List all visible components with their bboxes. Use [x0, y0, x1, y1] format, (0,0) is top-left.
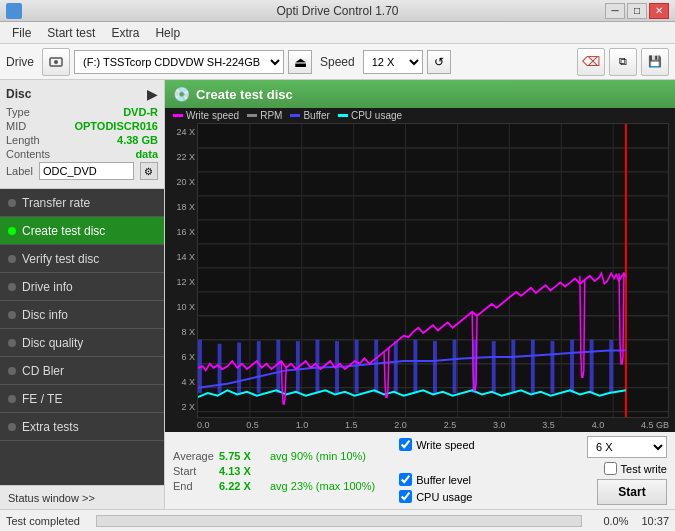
y-label-2: 2 X [167, 402, 195, 412]
svg-rect-38 [492, 341, 496, 393]
legend-write-speed-dot [173, 114, 183, 117]
disc-type-label: Type [6, 106, 30, 118]
disc-panel-header: Disc ▶ [6, 86, 158, 102]
drive-select[interactable]: (F:) TSSTcorp CDDVDW SH-224GB SB00 [74, 50, 284, 74]
y-label-8: 8 X [167, 327, 195, 337]
y-label-14: 14 X [167, 252, 195, 262]
x-label-35: 3.5 [542, 420, 555, 430]
sidebar-item-create-test-disc[interactable]: Create test disc [0, 217, 164, 245]
nav-item-label: CD Bler [22, 364, 64, 378]
svg-rect-39 [511, 340, 515, 393]
refresh-button[interactable]: ↺ [427, 50, 451, 74]
nav-dot [8, 283, 16, 291]
sidebar-item-fe-te[interactable]: FE / TE [0, 385, 164, 413]
stat-average-desc: avg 90% (min 10%) [270, 450, 366, 462]
drive-icon-button[interactable] [42, 48, 70, 76]
stat-start-value: 4.13 X [219, 465, 264, 477]
nav-item-label: Verify test disc [22, 252, 99, 266]
svg-rect-43 [590, 340, 594, 393]
minimize-button[interactable]: ─ [605, 3, 625, 19]
write-speed-checkbox-row: Write speed [399, 438, 475, 451]
nav-dot [8, 367, 16, 375]
x-label-1: 1.0 [296, 420, 309, 430]
chart-area: 24 X 22 X 20 X 18 X 16 X 14 X 12 X 10 X … [165, 123, 675, 432]
speed-select[interactable]: 12 X [363, 50, 423, 74]
disc-type-row: Type DVD-R [6, 106, 158, 118]
menu-file[interactable]: File [4, 24, 39, 42]
content-area: 💿 Create test disc Write speed RPM Buffe… [165, 80, 675, 509]
label-settings-button[interactable]: ⚙ [140, 162, 158, 180]
copy-button[interactable]: ⧉ [609, 48, 637, 76]
menu-help[interactable]: Help [147, 24, 188, 42]
disc-mid-value: OPTODISCR016 [74, 120, 158, 132]
svg-rect-33 [394, 341, 398, 393]
title-bar-title: Opti Drive Control 1.70 [276, 4, 398, 18]
legend-write-speed-label: Write speed [186, 110, 239, 121]
x-label-4: 4.0 [592, 420, 605, 430]
nav-item-label: FE / TE [22, 392, 62, 406]
stat-end-desc: avg 23% (max 100%) [270, 480, 375, 492]
disc-panel-title: Disc [6, 87, 31, 101]
x-label-0: 0.0 [197, 420, 210, 430]
svg-rect-41 [551, 341, 555, 393]
disc-panel-arrow[interactable]: ▶ [147, 86, 158, 102]
write-speed-checkbox[interactable] [399, 438, 412, 451]
x-label-3: 3.0 [493, 420, 506, 430]
x-label-45: 4.5 GB [641, 420, 669, 430]
chart-svg [198, 124, 668, 417]
nav-dot [8, 395, 16, 403]
sidebar-item-drive-info[interactable]: Drive info [0, 273, 164, 301]
chart-legend: Write speed RPM Buffer CPU usage [165, 108, 675, 123]
disc-label-label: Label [6, 165, 33, 177]
disc-length-label: Length [6, 134, 40, 146]
y-label-12: 12 X [167, 277, 195, 287]
sidebar-item-transfer-rate[interactable]: Transfer rate [0, 189, 164, 217]
speed-dropdown[interactable]: 6 X 8 X 12 X 16 X [587, 436, 667, 458]
drive-label: Drive [6, 55, 34, 69]
svg-rect-31 [355, 340, 359, 393]
nav-item-label: Create test disc [22, 224, 105, 238]
x-label-2: 2.0 [394, 420, 407, 430]
maximize-button[interactable]: □ [627, 3, 647, 19]
app-icon [6, 3, 22, 19]
menu-start-test[interactable]: Start test [39, 24, 103, 42]
legend-rpm-label: RPM [260, 110, 282, 121]
close-button[interactable]: ✕ [649, 3, 669, 19]
menu-extra[interactable]: Extra [103, 24, 147, 42]
status-bar: Test completed 0.0% 10:37 [0, 509, 675, 531]
eject-button[interactable]: ⏏ [288, 50, 312, 74]
erase-button[interactable]: ⌫ [577, 48, 605, 76]
buffer-level-checkbox-row: Buffer level [399, 473, 475, 486]
content-header: 💿 Create test disc [165, 80, 675, 108]
sidebar-item-disc-info[interactable]: Disc info [0, 301, 164, 329]
nav-dot [8, 339, 16, 347]
stat-start-label: Start [173, 465, 213, 477]
main-layout: Disc ▶ Type DVD-R MID OPTODISCR016 Lengt… [0, 80, 675, 509]
svg-rect-34 [413, 340, 417, 393]
nav-item-label: Drive info [22, 280, 73, 294]
menu-bar: File Start test Extra Help [0, 22, 675, 44]
toolbar: Drive (F:) TSSTcorp CDDVDW SH-224GB SB00… [0, 44, 675, 80]
status-text: Test completed [6, 515, 80, 527]
test-write-checkbox[interactable] [604, 462, 617, 475]
save-button[interactable]: 💾 [641, 48, 669, 76]
content-header-icon: 💿 [173, 86, 190, 102]
sidebar-item-disc-quality[interactable]: Disc quality [0, 329, 164, 357]
sidebar-item-verify-test-disc[interactable]: Verify test disc [0, 245, 164, 273]
sidebar-item-cd-bler[interactable]: CD Bler [0, 357, 164, 385]
y-label-6: 6 X [167, 352, 195, 362]
buffer-level-checkbox[interactable] [399, 473, 412, 486]
y-label-24: 24 X [167, 127, 195, 137]
status-window-button[interactable]: Status window >> [8, 492, 95, 504]
disc-label-input[interactable] [39, 162, 134, 180]
bottom-controls: Average 5.75 X avg 90% (min 10%) Start 4… [165, 432, 675, 509]
nav-item-label: Disc quality [22, 336, 83, 350]
legend-buffer-dot [290, 114, 300, 117]
sidebar-item-extra-tests[interactable]: Extra tests [0, 413, 164, 441]
disc-panel: Disc ▶ Type DVD-R MID OPTODISCR016 Lengt… [0, 80, 164, 189]
legend-rpm: RPM [247, 110, 282, 121]
svg-point-1 [54, 60, 58, 64]
start-button[interactable]: Start [597, 479, 667, 505]
cpu-usage-checkbox[interactable] [399, 490, 412, 503]
cpu-usage-checkbox-row: CPU usage [399, 490, 475, 503]
